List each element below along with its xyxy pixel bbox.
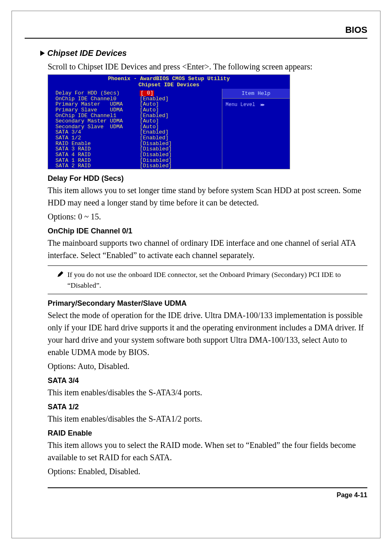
note-block: If you do not use the onboard IDE connec… xyxy=(48,265,367,295)
bios-title-line1: Phoenix - AwardBIOS CMOS Setup Utility xyxy=(48,76,290,82)
main-content: Chipset IDE Devices Scroll to Chipset ID… xyxy=(48,48,367,499)
options-delay-hdd: Options: 0 ~ 15. xyxy=(48,210,367,223)
bios-title-line2: Chipset IDE Devices xyxy=(48,82,290,88)
bios-help-header: Item Help xyxy=(222,89,290,99)
bios-row: RAID Enable[Disabled] xyxy=(55,141,219,147)
bios-value-highlight: [ 0] xyxy=(140,90,154,96)
bios-help-panel: Item Help Menu Level ►► xyxy=(222,89,290,169)
bios-row: SATA 2 RAID[Disabled] xyxy=(55,163,219,169)
page-footer: Page 4-11 xyxy=(48,487,367,499)
subheading-udma: Primary/Secondary Master/Slave UDMA xyxy=(48,299,367,308)
bios-row: Primary Master UDMA[Auto] xyxy=(55,101,219,107)
bios-screenshot: Phoenix - AwardBIOS CMOS Setup Utility C… xyxy=(48,74,290,169)
bios-row: OnChip IDE Channel1[Enabled] xyxy=(55,113,219,119)
bios-help-body: Menu Level ►► xyxy=(222,99,290,111)
subheading-delay-hdd: Delay For HDD (Secs) xyxy=(48,174,367,183)
body-sata34: This item enables/disables the S-ATA3/4 … xyxy=(48,386,367,399)
body-udma: Select the mode of operation for the IDE… xyxy=(48,309,367,358)
bios-row: SATA 3 RAID[Disabled] xyxy=(55,146,219,152)
subheading-onchip: OnChip IDE Channel 0/1 xyxy=(48,227,367,235)
bios-title: Phoenix - AwardBIOS CMOS Setup Utility C… xyxy=(48,74,290,89)
options-udma: Options: Auto, Disabled. xyxy=(48,360,367,372)
options-raid: Options: Enabled, Disabled. xyxy=(48,465,367,477)
bios-row: OnChip IDE Channel0[Enabled] xyxy=(55,96,219,102)
page-header: BIOS xyxy=(25,25,367,39)
body-delay-hdd: This item allows you to set longer time … xyxy=(48,184,367,209)
section-heading: Chipset IDE Devices xyxy=(40,48,367,58)
subheading-sata34: SATA 3/4 xyxy=(48,376,367,385)
page-number: Page 4-11 xyxy=(337,491,367,498)
pencil-icon xyxy=(57,270,64,291)
bios-row: SATA 1/2[Enabled] xyxy=(55,135,219,141)
header-title: BIOS xyxy=(345,25,367,35)
svg-marker-0 xyxy=(40,51,45,56)
subheading-sata12: SATA 1/2 xyxy=(48,403,367,411)
section-intro: Scroll to Chipset IDE Devices and press … xyxy=(48,60,367,73)
bios-row: SATA 4 RAID[Disabled] xyxy=(55,152,219,158)
bios-row: SATA 1 RAID[Disabled] xyxy=(55,158,219,164)
arrow-right-icon: ►► xyxy=(261,103,264,107)
bios-menu-level-label: Menu Level xyxy=(226,102,255,108)
subheading-raid: RAID Enable xyxy=(48,429,367,438)
body-raid: This item allows you to select the RAID … xyxy=(48,439,367,464)
bios-row: Secondary Slave UDMA[Auto] xyxy=(55,124,219,130)
bios-settings-panel: Delay For HDD (Secs)[ 0] OnChip IDE Chan… xyxy=(48,89,222,169)
bios-row: Primary Slave UDMA[Auto] xyxy=(55,107,219,113)
body-sata12: This item enables/disables the S-ATA1/2 … xyxy=(48,413,367,425)
bios-row: SATA 3/4[Enabled] xyxy=(55,129,219,135)
triangle-right-icon xyxy=(40,51,45,56)
bios-row: Secondary Master UDMA[Auto] xyxy=(55,118,219,124)
note-text: If you do not use the onboard IDE connec… xyxy=(67,269,367,291)
bios-row: Delay For HDD (Secs)[ 0] xyxy=(55,90,219,96)
body-onchip: The mainboard supports two channel of or… xyxy=(48,237,367,261)
section-heading-text: Chipset IDE Devices xyxy=(47,48,127,58)
